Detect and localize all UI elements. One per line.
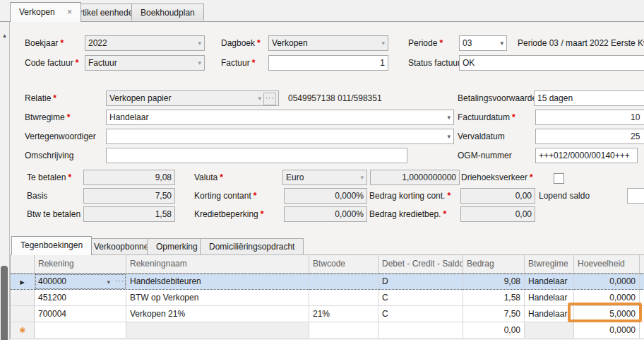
btwregime-label: Btwregime* — [25, 110, 70, 125]
omschrijving-label: Omschrijving — [25, 148, 73, 163]
relatie-select[interactable]: Verkopen papier▾··· — [106, 90, 279, 106]
required-marker: * — [443, 209, 446, 219]
factuur-input[interactable]: 1 — [268, 55, 388, 71]
code-factuur-label: Code factuur* — [25, 55, 78, 71]
valuta-select[interactable]: Euro▾ — [282, 170, 367, 185]
cell-rekeningnaam[interactable]: BTW op Verkopen — [126, 290, 309, 306]
required-marker: * — [257, 38, 261, 48]
cell-hoeveelheid[interactable]: 0,0000 — [574, 274, 640, 290]
new-row-star-icon: ✱ — [19, 326, 25, 334]
cell-rekening[interactable]: 451200 — [35, 290, 126, 306]
dagboek-label: Dagboek* — [221, 35, 261, 51]
boekjaar-select[interactable]: 2022▾ — [85, 35, 205, 51]
vervaldatum-input[interactable] — [535, 129, 644, 144]
cell-btwregime[interactable]: Handelaar — [525, 274, 574, 290]
cell-dcs[interactable]: D — [378, 274, 463, 290]
row-selector[interactable] — [11, 290, 35, 306]
ogm-nummer-input[interactable]: +++012/0000/00140+++ — [535, 148, 638, 163]
valuta-label: Valuta* — [194, 170, 223, 185]
cell-bedrag[interactable]: 9,08 — [463, 274, 525, 290]
driehoeksverkeer-label: Driehoeksverkeer* — [461, 170, 533, 185]
chevron-down-icon: ▾ — [447, 110, 451, 124]
kredietbeperking-label: Kredietbeperking* — [194, 206, 263, 222]
scroll-up-icon[interactable]: ▲ — [1, 33, 8, 39]
application-window: ▲ Verkopen × Artikel eenheden Boekhoudpl… — [0, 0, 644, 340]
boekjaar-label: Boekjaar* — [25, 35, 64, 51]
cell-rekeningnaam[interactable]: Handelsdebiteuren — [126, 274, 309, 290]
cell-btwcode[interactable] — [309, 322, 378, 339]
bedrag-korting-field[interactable]: 0,00 — [460, 188, 535, 204]
driehoeksverkeer-checkbox[interactable] — [554, 173, 564, 184]
tab-verkopen-label: Verkopen — [19, 7, 55, 17]
chevron-down-icon: ▾ — [258, 91, 261, 105]
vertegenwoordiger-select[interactable]: ▾ — [106, 129, 454, 144]
rekening-lookup-button[interactable]: ··· — [115, 276, 124, 286]
tab-domicilieringsopdracht[interactable]: Domiciliëringsopdracht — [200, 238, 304, 254]
row-selector[interactable] — [11, 306, 35, 322]
periode-select[interactable]: 03▾ — [459, 35, 507, 51]
grid-header-btwregime[interactable]: Btwregime — [525, 255, 574, 274]
factuurdatum-input[interactable] — [535, 110, 644, 125]
cell-rekening[interactable]: 400000▾··· — [35, 274, 126, 290]
cell-dcs[interactable] — [378, 322, 463, 339]
cell-rekening[interactable] — [35, 322, 126, 339]
cell-bedrag[interactable]: 0,00 — [463, 322, 525, 339]
cell-dcs[interactable]: C — [378, 290, 463, 306]
grid-header-selector — [11, 255, 35, 274]
chevron-down-icon: ▾ — [500, 36, 503, 50]
periode-label: Periode* — [408, 35, 443, 51]
vervaldatum-value: 25 — [631, 129, 640, 144]
required-marker: * — [530, 172, 533, 182]
korting-contant-label: Korting contant* — [194, 188, 256, 204]
cell-hoeveelheid[interactable]: 0,0000 — [574, 322, 640, 339]
tab-boekhoudplan[interactable]: Boekhoudplan — [131, 4, 204, 20]
code-factuur-select[interactable]: Factuur▾ — [85, 55, 205, 71]
grid-header-hoeveelheid[interactable]: Hoeveelheid — [574, 255, 640, 274]
status-factuur-label: Status factuur* — [408, 55, 466, 71]
btwregime-select[interactable]: Handelaar▾ — [106, 110, 454, 125]
grid-header-rekeningnaam[interactable]: Rekeningnaam — [126, 255, 309, 274]
required-marker: * — [220, 172, 223, 182]
required-marker: * — [68, 172, 71, 182]
chevron-down-icon: ▾ — [381, 36, 385, 50]
cell-bedrag[interactable]: 7,50 — [463, 306, 525, 322]
cell-btwcode[interactable]: 21% — [309, 306, 378, 322]
cell-dcs[interactable]: C — [378, 306, 463, 322]
grid-header-btwcode[interactable]: Btwcode — [309, 255, 378, 274]
cell-btwregime[interactable]: Handelaar — [525, 306, 574, 322]
cell-bedrag[interactable]: 1,58 — [463, 290, 525, 306]
chevron-down-icon: ▾ — [198, 36, 201, 50]
tab-verkopen[interactable]: Verkopen × — [10, 2, 81, 22]
cell-btwcode[interactable] — [309, 290, 378, 306]
grid-header-bedrag[interactable]: Bedrag — [463, 255, 525, 274]
relatie-lookup-button[interactable]: ··· — [263, 93, 276, 105]
close-icon[interactable]: × — [67, 7, 72, 17]
tab-opmerking[interactable]: Opmerking — [147, 238, 207, 254]
new-row-selector[interactable]: ✱ — [11, 322, 35, 339]
korting-contant-field[interactable]: 0,000% — [284, 188, 367, 204]
chevron-down-icon[interactable]: ▾ — [107, 275, 110, 289]
scrollbar-thumb[interactable] — [1, 266, 8, 340]
status-factuur-input[interactable]: OK — [459, 55, 644, 71]
cell-btwcode[interactable] — [309, 274, 378, 290]
dagboek-select[interactable]: Verkopen▾ — [268, 35, 388, 51]
te-betalen-field: 9,08 — [83, 170, 175, 185]
omschrijving-input[interactable] — [106, 148, 407, 163]
required-marker: * — [252, 58, 256, 68]
required-marker: * — [60, 38, 64, 48]
vertegenwoordiger-label: Vertegenwoordiger — [25, 129, 96, 144]
periode-description: Periode 03 / maart 2022 Eerste Kwart — [518, 35, 644, 51]
document-tabbar: Verkopen × Artikel eenheden Boekhoudplan — [0, 0, 644, 21]
tab-tegenboekingen[interactable]: Tegenboekingen — [11, 236, 92, 255]
kredietbeperking-field[interactable]: 0,000% — [284, 206, 367, 222]
factuur-label: Factuur* — [221, 55, 255, 71]
grid-header-dcs[interactable]: Debet - Credit - Saldo — [378, 255, 463, 274]
betalingsvoorwaarde-input[interactable]: 15 dagen — [534, 90, 644, 106]
cell-rekeningnaam[interactable]: Verkopen 21% — [126, 306, 309, 322]
bedrag-kredietbep-field[interactable]: 0,00 — [460, 206, 535, 222]
cell-btwregime[interactable]: Handelaar — [525, 290, 574, 306]
grid-header-rekening[interactable]: Rekening — [35, 255, 126, 274]
cell-rekening[interactable]: 700004 — [35, 306, 126, 322]
row-selector[interactable]: ▶ — [11, 274, 35, 290]
betalingsvoorwaarde-label: Betalingsvoorwaarde — [458, 90, 537, 106]
